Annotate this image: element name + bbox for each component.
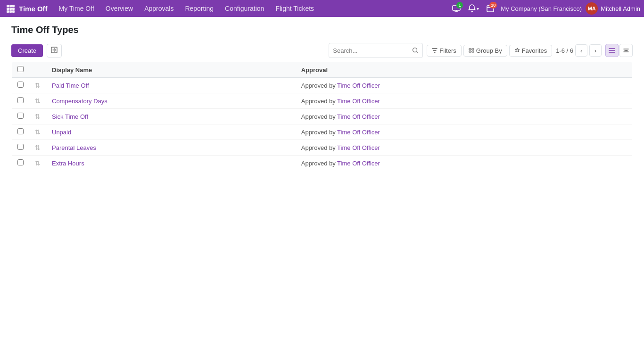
row-checkbox-3[interactable]	[17, 128, 24, 134]
row-checkbox-0[interactable]	[17, 82, 24, 88]
toolbar-right: Filters Group By Favorites	[329, 43, 633, 58]
svg-rect-6	[7, 10, 9, 13]
screen-icon-button[interactable]: 1	[450, 2, 463, 15]
row-name-cell: Extra Hours	[46, 156, 296, 171]
row-name-link[interactable]: Unpaid	[52, 129, 71, 136]
row-approval-cell: Approved by Time Off Officer	[296, 124, 633, 140]
nav-configuration[interactable]: Configuration	[219, 0, 270, 17]
export-button[interactable]	[47, 44, 62, 58]
approval-text: Approved by	[301, 113, 337, 120]
approval-link[interactable]: Time Off Officer	[337, 82, 380, 89]
svg-rect-7	[9, 10, 12, 13]
apps-menu-button[interactable]	[4, 2, 17, 15]
drag-handle[interactable]: ⇅	[35, 144, 41, 151]
nav-overview[interactable]: Overview	[100, 0, 139, 17]
approval-text: Approved by	[301, 82, 337, 89]
nav-approvals[interactable]: Approvals	[139, 0, 179, 17]
prev-page-button[interactable]: ‹	[575, 44, 587, 57]
row-approval-cell: Approved by Time Off Officer	[296, 140, 633, 156]
toolbar-left: Create	[11, 44, 62, 58]
table-header: Display Name Approval	[12, 62, 633, 78]
drag-handle[interactable]: ⇅	[35, 113, 41, 120]
row-name-link[interactable]: Sick Time Off	[52, 113, 88, 120]
approval-link[interactable]: Time Off Officer	[337, 113, 380, 120]
table-row: ⇅ Parental Leaves Approved by Time Off O…	[12, 140, 633, 156]
list-view-button[interactable]	[605, 44, 619, 57]
row-checkbox-1[interactable]	[17, 97, 24, 103]
approval-header: Approval	[296, 62, 633, 78]
row-name-link[interactable]: Paid Time Off	[52, 82, 89, 89]
nav-my-time-off[interactable]: My Time Off	[53, 0, 100, 17]
group-by-button[interactable]: Group By	[463, 45, 507, 57]
svg-rect-1	[9, 5, 12, 7]
svg-point-17	[626, 50, 627, 51]
approval-link[interactable]: Time Off Officer	[337, 129, 380, 136]
row-drag-cell: ⇅	[29, 109, 46, 124]
screen-badge: 1	[456, 2, 463, 8]
view-toggle	[605, 44, 633, 57]
user-menu[interactable]: MA Mitchell Admin	[586, 2, 640, 15]
row-checkbox-2[interactable]	[17, 113, 24, 119]
topnav-right-section: 1 ▾ 18 My Company (San Francisco) MA Mit…	[450, 2, 640, 15]
row-name-cell: Sick Time Off	[46, 109, 296, 124]
approval-text: Approved by	[301, 129, 337, 136]
row-drag-cell: ⇅	[29, 124, 46, 140]
approval-link[interactable]: Time Off Officer	[337, 160, 380, 167]
nav-reporting[interactable]: Reporting	[179, 0, 219, 17]
drag-handle-header	[29, 62, 46, 78]
search-bar	[329, 43, 423, 58]
svg-rect-13	[469, 49, 471, 50]
row-approval-cell: Approved by Time Off Officer	[296, 78, 633, 93]
settings-columns-button[interactable]	[619, 44, 633, 57]
row-approval-cell: Approved by Time Off Officer	[296, 156, 633, 171]
row-checkbox-4[interactable]	[17, 144, 24, 150]
drag-handle[interactable]: ⇅	[35, 159, 41, 167]
select-all-header[interactable]	[12, 62, 30, 78]
nav-flight-tickets[interactable]: Flight Tickets	[270, 0, 320, 17]
row-checkbox-cell	[12, 124, 30, 140]
drag-handle[interactable]: ⇅	[35, 82, 41, 89]
approval-link[interactable]: Time Off Officer	[337, 98, 380, 105]
row-checkbox-5[interactable]	[17, 159, 24, 165]
user-name: Mitchell Admin	[601, 5, 640, 12]
table-row: ⇅ Extra Hours Approved by Time Off Offic…	[12, 156, 633, 171]
approval-text: Approved by	[301, 160, 337, 167]
svg-rect-8	[12, 10, 15, 13]
notification-bell-button[interactable]: ▾	[467, 2, 480, 15]
pagination: 1-6 / 6 ‹ ›	[556, 44, 602, 57]
row-name-link[interactable]: Parental Leaves	[52, 144, 96, 151]
row-checkbox-cell	[12, 78, 30, 93]
favorites-button[interactable]: Favorites	[509, 45, 552, 57]
create-button[interactable]: Create	[11, 44, 43, 57]
svg-rect-15	[469, 51, 471, 52]
row-checkbox-cell	[12, 140, 30, 156]
row-name-cell: Compensatory Days	[46, 93, 296, 109]
row-checkbox-cell	[12, 93, 30, 109]
main-content: Time Off Types Create	[0, 17, 644, 179]
next-page-button[interactable]: ›	[589, 44, 602, 57]
drag-handle[interactable]: ⇅	[35, 128, 41, 136]
row-drag-cell: ⇅	[29, 93, 46, 109]
search-input[interactable]	[333, 47, 412, 54]
svg-rect-3	[7, 8, 9, 10]
display-name-header: Display Name	[46, 62, 296, 78]
approval-link[interactable]: Time Off Officer	[337, 144, 380, 151]
drag-handle[interactable]: ⇅	[35, 97, 41, 105]
select-all-checkbox[interactable]	[17, 66, 24, 72]
pagination-text: 1-6 / 6	[556, 47, 573, 54]
user-avatar: MA	[586, 2, 598, 15]
svg-point-12	[413, 48, 417, 52]
toolbar: Create Fil	[11, 43, 633, 58]
row-approval-cell: Approved by Time Off Officer	[296, 93, 633, 109]
svg-rect-14	[472, 49, 474, 50]
calendar-button[interactable]: 18	[484, 2, 497, 15]
page-title: Time Off Types	[11, 25, 633, 35]
row-name-link[interactable]: Extra Hours	[52, 160, 84, 167]
row-name-link[interactable]: Compensatory Days	[52, 98, 107, 105]
approval-text: Approved by	[301, 144, 337, 151]
filter-group: Filters Group By Favorites	[427, 45, 552, 57]
row-drag-cell: ⇅	[29, 78, 46, 93]
calendar-badge: 18	[489, 2, 497, 8]
row-approval-cell: Approved by Time Off Officer	[296, 109, 633, 124]
filters-button[interactable]: Filters	[427, 45, 461, 57]
